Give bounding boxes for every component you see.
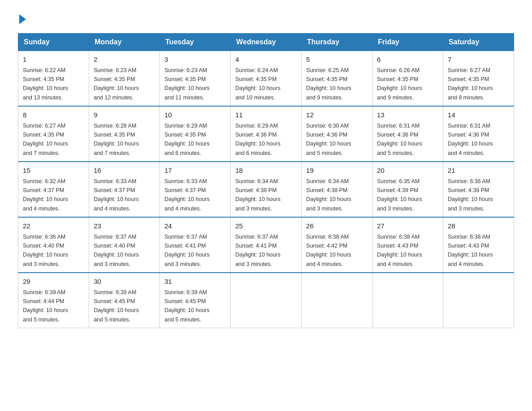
calendar-week-row: 1Sunrise: 6:22 AMSunset: 4:35 PMDaylight… (18, 51, 514, 107)
day-number: 23 (94, 221, 155, 231)
day-number: 22 (23, 221, 84, 231)
calendar-header-row: Sunday Monday Tuesday Wednesday Thursday… (18, 34, 514, 51)
day-number: 17 (164, 166, 226, 176)
header-saturday: Saturday (443, 34, 514, 51)
day-info: Sunrise: 6:38 AMSunset: 4:42 PMDaylight:… (306, 234, 352, 267)
day-number: 10 (164, 110, 226, 120)
day-number: 20 (377, 166, 438, 176)
header-wednesday: Wednesday (231, 34, 301, 51)
calendar-cell: 20Sunrise: 6:35 AMSunset: 4:39 PMDayligh… (372, 162, 443, 217)
calendar-cell (443, 273, 514, 328)
day-info: Sunrise: 6:37 AMSunset: 4:40 PMDaylight:… (94, 234, 139, 267)
day-number: 21 (448, 166, 509, 176)
day-info: Sunrise: 6:39 AMSunset: 4:45 PMDaylight:… (164, 289, 210, 323)
calendar-cell: 30Sunrise: 6:39 AMSunset: 4:45 PMDayligh… (89, 273, 160, 328)
day-number: 6 (377, 55, 438, 65)
calendar-cell: 17Sunrise: 6:33 AMSunset: 4:37 PMDayligh… (160, 162, 231, 217)
day-info: Sunrise: 6:38 AMSunset: 4:43 PMDaylight:… (377, 234, 422, 267)
calendar-cell: 7Sunrise: 6:27 AMSunset: 4:35 PMDaylight… (443, 51, 514, 107)
header-friday: Friday (372, 34, 443, 51)
calendar-cell: 25Sunrise: 6:37 AMSunset: 4:41 PMDayligh… (231, 217, 301, 273)
calendar-cell: 4Sunrise: 6:24 AMSunset: 4:35 PMDaylight… (231, 51, 301, 107)
day-number: 13 (377, 110, 438, 120)
day-info: Sunrise: 6:34 AMSunset: 4:38 PMDaylight:… (235, 178, 280, 212)
day-info: Sunrise: 6:22 AMSunset: 4:35 PMDaylight:… (23, 67, 68, 101)
day-info: Sunrise: 6:33 AMSunset: 4:37 PMDaylight:… (94, 178, 139, 212)
calendar-cell: 16Sunrise: 6:33 AMSunset: 4:37 PMDayligh… (89, 162, 160, 217)
day-info: Sunrise: 6:25 AMSunset: 4:35 PMDaylight:… (306, 67, 352, 101)
calendar-cell: 12Sunrise: 6:30 AMSunset: 4:36 PMDayligh… (301, 106, 372, 162)
calendar-cell: 13Sunrise: 6:31 AMSunset: 4:36 PMDayligh… (372, 106, 443, 162)
day-number: 2 (94, 55, 155, 65)
day-number: 8 (23, 110, 84, 120)
calendar-week-row: 22Sunrise: 6:36 AMSunset: 4:40 PMDayligh… (18, 217, 514, 273)
day-number: 7 (448, 55, 509, 65)
day-number: 12 (306, 110, 368, 120)
day-number: 4 (235, 55, 296, 65)
day-info: Sunrise: 6:39 AMSunset: 4:45 PMDaylight:… (94, 289, 139, 323)
calendar-cell: 27Sunrise: 6:38 AMSunset: 4:43 PMDayligh… (372, 217, 443, 273)
page-header (18, 13, 514, 24)
day-number: 16 (94, 166, 155, 176)
calendar-cell: 9Sunrise: 6:28 AMSunset: 4:35 PMDaylight… (89, 106, 160, 162)
day-info: Sunrise: 6:33 AMSunset: 4:37 PMDaylight:… (164, 178, 210, 212)
calendar-cell: 19Sunrise: 6:34 AMSunset: 4:38 PMDayligh… (301, 162, 372, 217)
day-info: Sunrise: 6:36 AMSunset: 4:40 PMDaylight:… (23, 234, 68, 267)
day-info: Sunrise: 6:38 AMSunset: 4:43 PMDaylight:… (448, 234, 493, 267)
day-info: Sunrise: 6:34 AMSunset: 4:38 PMDaylight:… (306, 178, 352, 212)
calendar-cell: 15Sunrise: 6:32 AMSunset: 4:37 PMDayligh… (18, 162, 89, 217)
logo (18, 13, 26, 24)
day-info: Sunrise: 6:39 AMSunset: 4:44 PMDaylight:… (23, 289, 68, 323)
calendar-cell (301, 273, 372, 328)
calendar-cell: 8Sunrise: 6:27 AMSunset: 4:35 PMDaylight… (18, 106, 89, 162)
day-info: Sunrise: 6:37 AMSunset: 4:41 PMDaylight:… (235, 234, 280, 267)
day-number: 9 (94, 110, 155, 120)
calendar-cell: 5Sunrise: 6:25 AMSunset: 4:35 PMDaylight… (301, 51, 372, 107)
calendar-cell: 18Sunrise: 6:34 AMSunset: 4:38 PMDayligh… (231, 162, 301, 217)
day-info: Sunrise: 6:36 AMSunset: 4:39 PMDaylight:… (448, 178, 493, 212)
day-number: 18 (235, 166, 296, 176)
day-number: 11 (235, 110, 296, 120)
calendar-week-row: 8Sunrise: 6:27 AMSunset: 4:35 PMDaylight… (18, 106, 514, 162)
calendar-cell: 28Sunrise: 6:38 AMSunset: 4:43 PMDayligh… (443, 217, 514, 273)
calendar-cell: 31Sunrise: 6:39 AMSunset: 4:45 PMDayligh… (160, 273, 231, 328)
calendar-cell (231, 273, 301, 328)
day-number: 3 (164, 55, 226, 65)
calendar-cell: 3Sunrise: 6:23 AMSunset: 4:35 PMDaylight… (160, 51, 231, 107)
calendar-cell (372, 273, 443, 328)
calendar-cell: 29Sunrise: 6:39 AMSunset: 4:44 PMDayligh… (18, 273, 89, 328)
day-info: Sunrise: 6:23 AMSunset: 4:35 PMDaylight:… (94, 67, 139, 101)
day-info: Sunrise: 6:27 AMSunset: 4:35 PMDaylight:… (23, 123, 68, 156)
day-info: Sunrise: 6:31 AMSunset: 4:36 PMDaylight:… (377, 123, 422, 156)
day-number: 24 (164, 221, 226, 231)
day-info: Sunrise: 6:28 AMSunset: 4:35 PMDaylight:… (94, 123, 139, 156)
day-info: Sunrise: 6:27 AMSunset: 4:35 PMDaylight:… (448, 67, 493, 101)
day-number: 1 (23, 55, 84, 65)
day-number: 26 (306, 221, 368, 231)
day-info: Sunrise: 6:23 AMSunset: 4:35 PMDaylight:… (164, 67, 210, 101)
header-monday: Monday (89, 34, 160, 51)
day-info: Sunrise: 6:30 AMSunset: 4:36 PMDaylight:… (306, 123, 352, 156)
day-number: 31 (164, 277, 226, 287)
day-info: Sunrise: 6:37 AMSunset: 4:41 PMDaylight:… (164, 234, 210, 267)
header-sunday: Sunday (18, 34, 89, 51)
day-info: Sunrise: 6:29 AMSunset: 4:36 PMDaylight:… (235, 123, 280, 156)
calendar-week-row: 29Sunrise: 6:39 AMSunset: 4:44 PMDayligh… (18, 273, 514, 328)
calendar-cell: 6Sunrise: 6:26 AMSunset: 4:35 PMDaylight… (372, 51, 443, 107)
day-number: 29 (23, 277, 84, 287)
calendar-cell: 14Sunrise: 6:31 AMSunset: 4:36 PMDayligh… (443, 106, 514, 162)
calendar-cell: 11Sunrise: 6:29 AMSunset: 4:36 PMDayligh… (231, 106, 301, 162)
calendar-cell: 1Sunrise: 6:22 AMSunset: 4:35 PMDaylight… (18, 51, 89, 107)
day-number: 30 (94, 277, 155, 287)
calendar-week-row: 15Sunrise: 6:32 AMSunset: 4:37 PMDayligh… (18, 162, 514, 217)
calendar-cell: 23Sunrise: 6:37 AMSunset: 4:40 PMDayligh… (89, 217, 160, 273)
day-number: 19 (306, 166, 368, 176)
day-info: Sunrise: 6:31 AMSunset: 4:36 PMDaylight:… (448, 123, 493, 156)
day-info: Sunrise: 6:32 AMSunset: 4:37 PMDaylight:… (23, 178, 68, 212)
day-number: 5 (306, 55, 368, 65)
day-number: 14 (448, 110, 509, 120)
day-number: 28 (448, 221, 509, 231)
day-number: 25 (235, 221, 296, 231)
header-thursday: Thursday (301, 34, 372, 51)
day-number: 15 (23, 166, 84, 176)
